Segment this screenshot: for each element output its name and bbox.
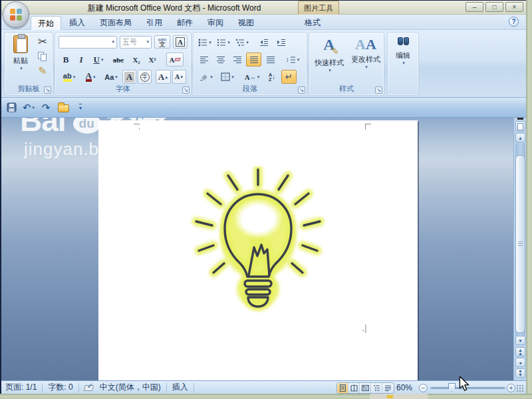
decrease-indent-button[interactable] bbox=[256, 35, 272, 49]
italic-button[interactable]: I bbox=[74, 53, 88, 66]
clear-formatting-button[interactable]: A bbox=[166, 53, 184, 66]
save-button[interactable] bbox=[5, 101, 18, 114]
brush-icon: ✎ bbox=[331, 46, 339, 57]
insert-mode-indicator[interactable]: 插入 bbox=[172, 382, 188, 393]
minimize-button[interactable]: – bbox=[466, 2, 483, 12]
bold-button[interactable]: B bbox=[59, 53, 73, 66]
line-spacing-button[interactable]: ↕▾ bbox=[283, 53, 303, 66]
close-button[interactable]: × bbox=[505, 2, 523, 12]
tab-home[interactable]: 开始 bbox=[31, 16, 61, 30]
character-border-button[interactable]: A bbox=[173, 35, 188, 49]
help-icon[interactable]: ? bbox=[509, 17, 519, 27]
watermark-bai-text: Bai bbox=[20, 118, 66, 135]
tab-page-layout[interactable]: 页面布局 bbox=[93, 16, 138, 30]
justify-button[interactable] bbox=[246, 53, 261, 66]
zoom-level[interactable]: 60% bbox=[396, 383, 412, 392]
paste-button[interactable]: 粘贴 ▾ bbox=[7, 35, 34, 71]
split-handle[interactable] bbox=[517, 118, 523, 120]
tab-review[interactable]: 审阅 bbox=[201, 16, 230, 30]
next-page-button[interactable]: ▼▼ bbox=[515, 368, 525, 378]
zoom-out-button[interactable]: − bbox=[419, 384, 428, 392]
editing-button[interactable]: 编辑 ▾ bbox=[389, 35, 417, 92]
lightbulb-image[interactable] bbox=[185, 166, 331, 313]
margin-crop-mark-right bbox=[365, 124, 371, 130]
underline-button[interactable]: U▾ bbox=[89, 53, 108, 66]
fullscreen-reading-view-button[interactable] bbox=[348, 383, 360, 393]
language-indicator[interactable]: 中文(简体，中国) bbox=[100, 382, 161, 393]
superscript-button[interactable]: X² bbox=[145, 53, 160, 66]
spell-check-icon[interactable]: ✓ bbox=[84, 383, 94, 392]
print-layout-view-button[interactable] bbox=[337, 383, 348, 393]
redo-button[interactable]: ↷ bbox=[39, 101, 53, 114]
ribbon: 粘贴 ▾ ✂ ✎ 剪贴板 ↘ ▾ 五号▾ wén 文 A bbox=[1, 30, 526, 98]
strikethrough-button[interactable]: abc bbox=[109, 53, 128, 66]
font-dialog-launcher[interactable]: ↘ bbox=[182, 86, 190, 94]
word-count[interactable]: 字数: 0 bbox=[48, 382, 72, 393]
web-layout-view-button[interactable] bbox=[360, 383, 371, 393]
copy-button[interactable] bbox=[35, 50, 50, 63]
tab-insert[interactable]: 插入 bbox=[63, 16, 92, 30]
font-color-button[interactable]: A▾ bbox=[81, 70, 100, 84]
chevron-down-icon: ▾ bbox=[93, 74, 96, 80]
cut-button[interactable]: ✂ bbox=[35, 35, 50, 48]
zoom-slider-thumb[interactable] bbox=[448, 383, 456, 392]
office-button[interactable] bbox=[3, 1, 29, 28]
asian-layout-button[interactable]: A↔▾ bbox=[241, 70, 263, 84]
undo-button[interactable]: ↶▾ bbox=[22, 101, 35, 114]
borders-button[interactable]: ▾ bbox=[217, 70, 237, 84]
ruler-toggle-button[interactable] bbox=[515, 121, 525, 132]
zoom-in-button[interactable]: + bbox=[507, 384, 515, 392]
page-indicator[interactable]: 页面: 1/1 bbox=[5, 382, 37, 393]
chevron-down-icon: ▾ bbox=[115, 74, 118, 80]
increase-indent-button[interactable] bbox=[273, 35, 289, 49]
sort-button[interactable]: AZ↓ bbox=[264, 70, 280, 84]
scroll-down-button[interactable]: ▼ bbox=[515, 336, 525, 345]
tab-mailings[interactable]: 邮件 bbox=[170, 16, 200, 30]
tab-format[interactable]: 格式 bbox=[298, 16, 327, 30]
tab-references[interactable]: 引用 bbox=[140, 16, 169, 30]
shrink-font-button[interactable]: A▼ bbox=[172, 70, 186, 84]
folder-icon bbox=[58, 104, 69, 112]
enclose-characters-button[interactable]: 字 bbox=[138, 70, 152, 84]
window-resize-grip[interactable] bbox=[516, 384, 525, 393]
bullets-button[interactable]: ▾ bbox=[196, 35, 213, 49]
change-case-button[interactable]: Aa▾ bbox=[101, 70, 121, 84]
font-size-combo[interactable]: 五号▾ bbox=[120, 36, 152, 49]
format-painter-button[interactable]: ✎ bbox=[35, 65, 50, 77]
previous-page-button[interactable]: ▲▲ bbox=[515, 347, 525, 356]
open-button[interactable] bbox=[57, 101, 70, 114]
text-highlight-button[interactable]: ab▾ bbox=[59, 70, 80, 84]
scroll-up-button[interactable]: ▲ bbox=[515, 133, 525, 142]
mouse-cursor bbox=[459, 376, 470, 392]
clipboard-group: 粘贴 ▾ ✂ ✎ 剪贴板 ↘ bbox=[4, 32, 53, 96]
show-hide-marks-button[interactable]: ↵ bbox=[281, 70, 297, 84]
clipboard-dialog-launcher[interactable]: ↘ bbox=[44, 86, 51, 94]
align-left-button[interactable] bbox=[196, 53, 211, 66]
character-shading-button[interactable]: A bbox=[122, 70, 136, 84]
multilevel-list-button[interactable]: ▾ bbox=[233, 35, 251, 49]
styles-dialog-launcher[interactable]: ↘ bbox=[375, 86, 382, 94]
font-name-combo[interactable]: ▾ bbox=[59, 36, 117, 49]
numbering-button[interactable]: ▾ bbox=[215, 35, 232, 49]
quick-styles-button[interactable]: A ✎ 快速样式 ▾ bbox=[311, 35, 347, 84]
draft-view-button[interactable] bbox=[382, 383, 394, 393]
ribbon-tab-row: 开始 插入 页面布局 引用 邮件 审阅 视图 格式 ? bbox=[1, 15, 526, 30]
scrollbar-thumb[interactable] bbox=[515, 155, 525, 333]
select-browse-object-button[interactable]: ● bbox=[515, 358, 525, 367]
taskbar-fragment bbox=[370, 394, 428, 399]
phonetic-guide-button[interactable]: wén 文 bbox=[154, 35, 170, 49]
distribute-button[interactable] bbox=[263, 53, 278, 66]
tab-view[interactable]: 视图 bbox=[231, 16, 261, 30]
restore-button[interactable]: □ bbox=[485, 2, 503, 12]
align-right-button[interactable] bbox=[229, 53, 245, 66]
divider bbox=[78, 383, 79, 392]
shading-button[interactable]: ▾ bbox=[196, 70, 216, 84]
qat-customize-button[interactable]: ▾ bbox=[74, 101, 87, 114]
paragraph-dialog-launcher[interactable]: ↘ bbox=[298, 86, 305, 94]
subscript-button[interactable]: X₂ bbox=[129, 53, 144, 66]
align-center-button[interactable] bbox=[213, 53, 228, 66]
outline-view-button[interactable] bbox=[371, 383, 382, 393]
change-styles-button[interactable]: AA 更改样式 ▾ bbox=[348, 35, 384, 84]
grow-font-button[interactable]: A▲ bbox=[156, 70, 171, 84]
copy-icon bbox=[38, 52, 47, 61]
